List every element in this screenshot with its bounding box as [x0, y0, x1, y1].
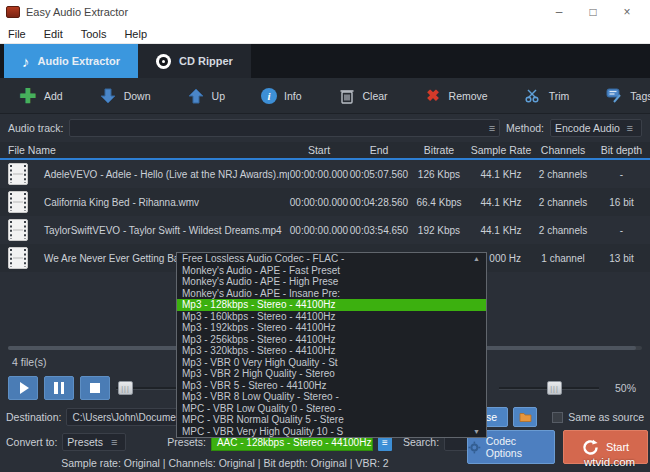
file-channels: 2 channels [533, 197, 593, 208]
dropdown-option[interactable]: Mp3 - 320kbps - Stereo - 44100Hz [177, 345, 486, 357]
col-end[interactable]: End [349, 144, 409, 156]
convert-mode-select[interactable]: Presets ≡ [62, 433, 126, 451]
col-bitrate[interactable]: Bitrate [409, 144, 469, 156]
table-row[interactable]: California King Bed - Rihanna.wmv 00:00:… [0, 188, 650, 216]
refresh-icon [582, 439, 599, 456]
play-button[interactable] [8, 376, 38, 400]
col-start[interactable]: Start [289, 144, 349, 156]
menu-help[interactable]: Help [124, 28, 147, 40]
up-button[interactable]: Up [178, 81, 234, 111]
tab-cd-ripper[interactable]: CD Ripper [138, 44, 251, 78]
file-channels: 2 channels [533, 169, 593, 180]
remove-label: Remove [449, 90, 488, 102]
clear-button[interactable]: Clear [329, 81, 397, 111]
method-select[interactable]: Encode Audio ≡ [550, 119, 642, 137]
cd-icon [156, 54, 171, 69]
add-button[interactable]: ✚ Add [10, 81, 72, 111]
dropdown-option[interactable]: Monkey's Audio - APE - Insane Pre: [177, 288, 486, 300]
dropdown-option[interactable]: Mp3 - 256kbps - Stereo - 44100Hz [177, 334, 486, 346]
down-label: Down [124, 90, 151, 102]
dropdown-option[interactable]: MPC - VBR Very High Quality 10 - S▼ [177, 426, 486, 438]
dropdown-option-selected[interactable]: Mp3 - 128kbps - Stereo - 44100Hz [177, 299, 486, 311]
open-folder-button[interactable] [513, 407, 537, 427]
col-sample-rate[interactable]: Sample Rate [469, 144, 533, 156]
codec-options-label: Codec Options [486, 435, 554, 459]
dropdown-option[interactable]: Free Lossless Audio Codec - FLAC -▲ [177, 253, 486, 265]
dropdown-option[interactable]: Monkey's Audio - APE - High Prese [177, 276, 486, 288]
dropdown-option[interactable]: Mp3 - VBR 8 Low Quality - Stereo - [177, 391, 486, 403]
file-bitrate: 192 Kbps [409, 225, 469, 236]
menu-bar: File Edit Tools Help [0, 24, 650, 44]
menu-edit[interactable]: Edit [44, 28, 63, 40]
file-end: 00:05:07.560 [349, 169, 409, 180]
trim-label: Trim [549, 90, 570, 102]
same-as-source-checkbox[interactable] [552, 412, 563, 423]
dropdown-option[interactable]: Mp3 - 192kbps - Stereo - 44100Hz [177, 322, 486, 334]
minimize-button[interactable]: – [542, 1, 576, 23]
tab-audio-extractor[interactable]: ♪ Audio Extractor [4, 44, 138, 78]
info-button[interactable]: i Info [252, 81, 311, 111]
scissors-icon [524, 87, 542, 105]
plus-icon: ✚ [19, 87, 37, 105]
method-label: Method: [506, 122, 544, 134]
pause-button[interactable] [44, 376, 74, 400]
menu-file[interactable]: File [8, 28, 26, 40]
menu-tools[interactable]: Tools [81, 28, 107, 40]
presets-dropdown-popup: Free Lossless Audio Codec - FLAC -▲ Monk… [176, 252, 487, 438]
scroll-down-icon[interactable]: ▼ [473, 428, 480, 435]
watermark: wtvid.com [584, 456, 635, 468]
file-start: 00:00:00.000 [289, 169, 349, 180]
file-name: California King Bed - Rihanna.wmv [34, 197, 289, 208]
file-name: AdeleVEVO - Adele - Hello (Live at the N… [34, 169, 289, 180]
dropdown-option[interactable]: Mp3 - VBR 2 High Quality - Stereo [177, 368, 486, 380]
audio-track-select[interactable]: ≡ [69, 119, 500, 137]
col-bit-depth[interactable]: Bit depth [593, 144, 650, 156]
x-icon: ✖ [424, 87, 442, 105]
tab-label: Audio Extractor [38, 55, 121, 67]
dropdown-option[interactable]: Mp3 - VBR 0 Very High Quality - St [177, 357, 486, 369]
down-button[interactable]: Down [90, 81, 160, 111]
table-row[interactable]: TaylorSwiftVEVO - Taylor Swift - Wildest… [0, 216, 650, 244]
file-end: 00:03:54.650 [349, 225, 409, 236]
volume-handle[interactable] [547, 381, 562, 395]
pause-icon [54, 382, 64, 394]
play-icon [20, 382, 29, 394]
volume-slider[interactable] [499, 381, 599, 395]
trim-button[interactable]: Trim [515, 81, 579, 111]
toolbar: ✚ Add Down Up i Info Clear ✖ Remo [0, 78, 650, 114]
col-channels[interactable]: Channels [533, 144, 593, 156]
file-name: TaylorSwiftVEVO - Taylor Swift - Wildest… [34, 225, 289, 236]
remove-button[interactable]: ✖ Remove [415, 81, 497, 111]
file-sample-rate: 44.1 KHz [469, 169, 533, 180]
music-note-icon: ♪ [22, 53, 30, 70]
dropdown-option[interactable]: Mp3 - VBR 5 - Stereo - 44100Hz [177, 380, 486, 392]
film-icon [8, 191, 28, 213]
audio-track-bar: Audio track: ≡ Method: Encode Audio ≡ [0, 114, 650, 142]
file-bitrate: 66.4 Kbps [409, 197, 469, 208]
stop-button[interactable] [80, 376, 110, 400]
file-bit-depth: - [593, 225, 650, 236]
up-label: Up [212, 90, 225, 102]
maximize-button[interactable]: □ [576, 1, 610, 23]
table-row[interactable]: AdeleVEVO - Adele - Hello (Live at the N… [0, 160, 650, 188]
info-label: Info [284, 90, 302, 102]
dropdown-option[interactable]: MPC - VBR Low Quality 0 - Stereo - [177, 403, 486, 415]
tags-button[interactable]: Tags [596, 81, 650, 111]
seek-handle[interactable] [118, 381, 133, 395]
col-file-name[interactable]: File Name [0, 144, 289, 156]
close-button[interactable]: × [610, 1, 644, 23]
file-bit-depth: 13 bit [593, 253, 650, 264]
start-label: Start [606, 441, 629, 453]
file-bit-depth: - [593, 169, 650, 180]
dropdown-option[interactable]: Monkey's Audio - APE - Fast Preset [177, 265, 486, 277]
tag-icon [605, 87, 623, 105]
menu-icon: ≡ [623, 122, 637, 134]
file-end: 00:04:28.560 [349, 197, 409, 208]
title-bar: Easy Audio Extractor – □ × [0, 0, 650, 24]
dropdown-option[interactable]: Mp3 - 160kbps - Stereo - 44100Hz [177, 311, 486, 323]
tab-label: CD Ripper [179, 55, 233, 67]
file-sample-rate: 44.1 KHz [469, 197, 533, 208]
same-as-source-label: Same as source [568, 411, 644, 423]
dropdown-option[interactable]: MPC - VBR Normal Quality 5 - Stere [177, 414, 486, 426]
scroll-up-icon[interactable]: ▲ [473, 255, 480, 262]
